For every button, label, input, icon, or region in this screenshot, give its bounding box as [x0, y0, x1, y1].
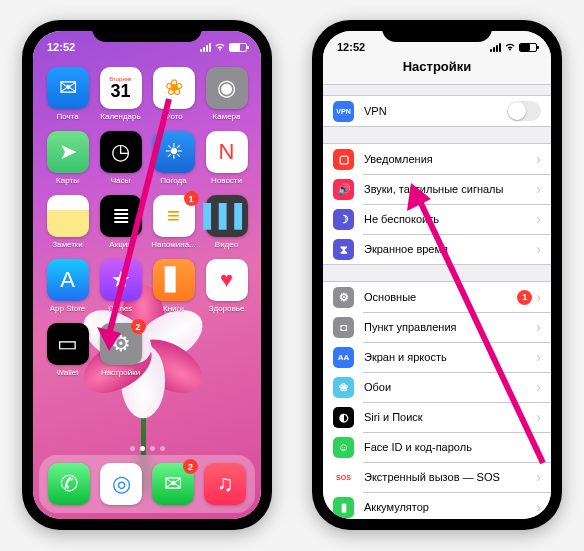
status-time: 12:52	[47, 41, 75, 53]
app-5[interactable]: ◷Часы	[94, 131, 147, 193]
app-label: Погода	[160, 176, 186, 185]
row-label: Обои	[364, 381, 532, 393]
app-icon: Вторник31	[100, 67, 142, 109]
settings-row[interactable]: ▮Аккумулятор›	[323, 492, 551, 519]
app-label: Акции	[109, 240, 131, 249]
chevron-icon: ›	[536, 181, 541, 197]
app-17[interactable]: ⚙︎2Настройки	[94, 323, 147, 385]
settings-row[interactable]: ⧗Экранное время›	[323, 234, 551, 264]
signal-icon	[200, 43, 211, 52]
app-12[interactable]: AApp Store	[41, 259, 94, 321]
settings-row[interactable]: ⚙︎Основные1›	[323, 282, 551, 312]
notch	[92, 20, 202, 42]
app-icon: ≡1	[153, 195, 195, 237]
row-icon: SOS	[333, 467, 354, 488]
settings-row[interactable]: AAЭкран и яркость›	[323, 342, 551, 372]
row-label: Пункт управления	[364, 321, 532, 333]
app-10[interactable]: ≡1Напомина...	[147, 195, 200, 257]
row-icon: VPN	[333, 101, 354, 122]
row-icon: ☺︎	[333, 437, 354, 458]
app-15[interactable]: ♥︎Здоровье	[200, 259, 253, 321]
dock-messages[interactable]: ✉︎2	[152, 463, 194, 505]
settings-row[interactable]: ❀Обои›	[323, 372, 551, 402]
settings-row[interactable]: ☺︎Face ID и код-пароль›	[323, 432, 551, 462]
settings-row[interactable]: 🔊Звуки, тактильные сигналы›	[323, 174, 551, 204]
chevron-icon: ›	[536, 469, 541, 485]
settings-row[interactable]: ▢Уведомления›	[323, 144, 551, 174]
app-4[interactable]: ➤Карты	[41, 131, 94, 193]
app-label: Заметки	[52, 240, 83, 249]
app-icon: ▋	[153, 259, 195, 301]
app-label: Почта	[56, 112, 78, 121]
row-label: Siri и Поиск	[364, 411, 532, 423]
chevron-icon: ›	[536, 379, 541, 395]
wifi-icon	[504, 41, 516, 53]
settings-row[interactable]: ☽Не беспокоить›	[323, 204, 551, 234]
phone-settings: 12:52 Настройки VPNVPN▢Уведомления›🔊Звук…	[312, 20, 562, 530]
settings-screen: 12:52 Настройки VPNVPN▢Уведомления›🔊Звук…	[323, 31, 551, 519]
app-icon: N	[206, 131, 248, 173]
row-icon: ⚙︎	[333, 287, 354, 308]
app-label: Здоровье	[209, 304, 245, 313]
battery-icon	[229, 43, 247, 52]
settings-row[interactable]: ◘Пункт управления›	[323, 312, 551, 342]
row-label: Экстренный вызов — SOS	[364, 471, 532, 483]
app-16[interactable]: ▭Wallet	[41, 323, 94, 385]
app-8[interactable]: Заметки	[41, 195, 94, 257]
settings-group-1: ▢Уведомления›🔊Звуки, тактильные сигналы›…	[323, 143, 551, 265]
row-icon: ▢	[333, 149, 354, 170]
settings-group-2: ⚙︎Основные1›◘Пункт управления›AAЭкран и …	[323, 281, 551, 519]
chevron-icon: ›	[536, 439, 541, 455]
app-icon: ◷	[100, 131, 142, 173]
app-9[interactable]: ≣Акции	[94, 195, 147, 257]
settings-group-0: VPNVPN	[323, 95, 551, 127]
chevron-icon: ›	[536, 211, 541, 227]
settings-row[interactable]: ◐Siri и Поиск›	[323, 402, 551, 432]
page-dots[interactable]	[33, 446, 261, 451]
signal-icon	[490, 43, 501, 52]
app-14[interactable]: ▋Книги	[147, 259, 200, 321]
chevron-icon: ›	[536, 409, 541, 425]
app-11[interactable]: ▌▌▌Видео	[200, 195, 253, 257]
app-grid: ✉︎ПочтаВторник31Календарь❀Фото◉Камера➤Ка…	[33, 65, 261, 443]
app-label: Wallet	[57, 368, 79, 377]
app-label: Видео	[215, 240, 238, 249]
chevron-icon: ›	[536, 499, 541, 515]
row-label: Уведомления	[364, 153, 532, 165]
toggle[interactable]	[507, 101, 541, 121]
badge: 1	[184, 191, 199, 206]
settings-row[interactable]: SOSЭкстренный вызов — SOS›	[323, 462, 551, 492]
settings-list[interactable]: VPNVPN▢Уведомления›🔊Звуки, тактильные си…	[323, 85, 551, 519]
row-icon: 🔊	[333, 179, 354, 200]
row-label: Экран и яркость	[364, 351, 532, 363]
chevron-icon: ›	[536, 319, 541, 335]
row-label: Аккумулятор	[364, 501, 532, 513]
app-6[interactable]: ☀︎Погода	[147, 131, 200, 193]
battery-icon	[519, 43, 537, 52]
app-label: Книги	[163, 304, 184, 313]
badge: 2	[131, 319, 146, 334]
dock-music[interactable]: ♫	[204, 463, 246, 505]
app-0[interactable]: ✉︎Почта	[41, 67, 94, 129]
dock-phone[interactable]: ✆	[48, 463, 90, 505]
app-icon: ◉	[206, 67, 248, 109]
app-1[interactable]: Вторник31Календарь	[94, 67, 147, 129]
dock-safari[interactable]: ◎	[100, 463, 142, 505]
settings-row[interactable]: VPNVPN	[323, 96, 551, 126]
row-label: Звуки, тактильные сигналы	[364, 183, 532, 195]
app-icon: ♥︎	[206, 259, 248, 301]
app-3[interactable]: ◉Камера	[200, 67, 253, 129]
chevron-icon: ›	[536, 289, 541, 305]
phone-home: 12:52 ✉︎ПочтаВторник31Календарь❀Фото◉Кам…	[22, 20, 272, 530]
row-icon: ☽	[333, 209, 354, 230]
row-label: Не беспокоить	[364, 213, 532, 225]
app-7[interactable]: NНовости	[200, 131, 253, 193]
chevron-icon: ›	[536, 241, 541, 257]
chevron-icon: ›	[536, 349, 541, 365]
app-label: Карты	[56, 176, 79, 185]
row-icon: ⧗	[333, 239, 354, 260]
app-label: App Store	[50, 304, 86, 313]
app-13[interactable]: ★iTunes	[94, 259, 147, 321]
app-2[interactable]: ❀Фото	[147, 67, 200, 129]
row-icon: ◘	[333, 317, 354, 338]
